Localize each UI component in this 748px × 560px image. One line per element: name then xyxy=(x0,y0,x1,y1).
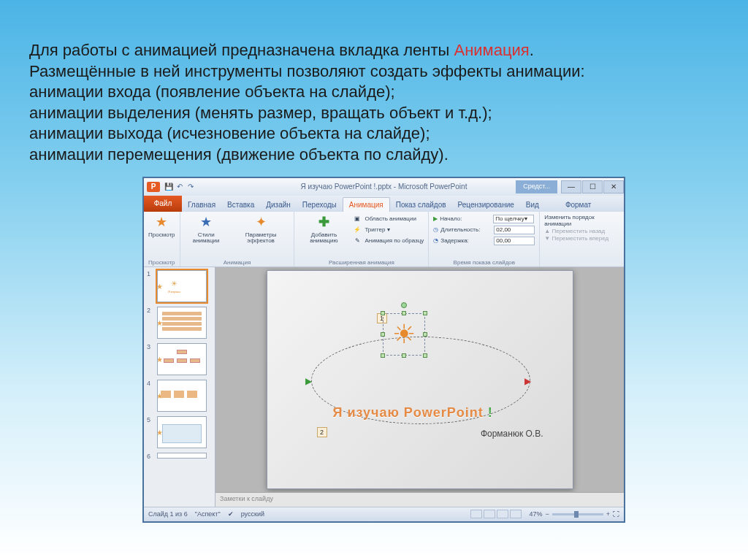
contextual-tools-tab[interactable]: Средст... xyxy=(516,180,557,193)
group-label-advanced: Расширенная анимация xyxy=(299,259,424,266)
explanatory-text: Для работы с анимацией предназначена вкл… xyxy=(0,0,748,177)
tab-review[interactable]: Рецензирование xyxy=(452,198,520,212)
move-forward-button[interactable]: ▼ Переместить вперед xyxy=(544,235,619,242)
thumbnail-5[interactable]: 5★ xyxy=(147,416,212,448)
resize-handle[interactable] xyxy=(423,332,427,337)
group-label-timing: Время показа слайдов xyxy=(433,259,535,266)
preview-label: Просмотр xyxy=(148,232,175,238)
text-line6: анимации перемещения (движение объекта п… xyxy=(29,145,449,164)
editor-area: ▶ ▶ 1 ☀ 2 Я изучаю PowerPoint ! xyxy=(215,267,624,507)
play-icon: ▶ xyxy=(433,215,438,222)
sorter-view-button[interactable] xyxy=(484,510,495,518)
workspace: 1 ★☀Я изучаю 2★ 3★ 4★ 5★ 6 ▶ ▶ 1 xyxy=(144,267,624,507)
path-start-icon: ▶ xyxy=(305,376,312,386)
tab-design[interactable]: Дизайн xyxy=(260,198,297,212)
notes-pane[interactable]: Заметки к слайду xyxy=(215,492,624,507)
tab-insert[interactable]: Вставка xyxy=(221,198,260,212)
tab-transitions[interactable]: Переходы xyxy=(297,198,343,212)
slide-author-text[interactable]: Форманюк О.В. xyxy=(481,429,543,439)
resize-handle[interactable] xyxy=(402,311,406,315)
thumbnail-3[interactable]: 3★ xyxy=(147,343,212,375)
add-animation-button[interactable]: ✚ Добавить анимацию xyxy=(299,214,348,245)
tab-format[interactable]: Формат xyxy=(560,198,598,212)
star-icon: ★ xyxy=(196,214,215,231)
tab-view[interactable]: Вид xyxy=(520,198,545,212)
trigger-button[interactable]: ⚡Триггер ▾ xyxy=(353,225,424,235)
painter-icon: ✎ xyxy=(353,237,362,244)
tab-slideshow[interactable]: Показ слайдов xyxy=(390,198,452,212)
pane-icon: ▣ xyxy=(353,215,362,222)
group-label-animation: Анимация xyxy=(185,259,290,266)
ribbon-group-order: Изменить порядок анимации ▲ Переместить … xyxy=(540,212,624,266)
animation-styles-button[interactable]: ★ Стили анимации xyxy=(185,214,228,245)
close-button[interactable]: ✕ xyxy=(603,180,624,193)
params-label: Параметры эффектов xyxy=(232,232,290,245)
resize-handle[interactable] xyxy=(423,353,427,358)
selection-frame xyxy=(383,313,425,356)
slide-canvas: ▶ ▶ 1 ☀ 2 Я изучаю PowerPoint ! xyxy=(267,270,573,489)
save-icon[interactable]: 💾 xyxy=(164,183,173,191)
slide-thumbnails-panel: 1 ★☀Я изучаю 2★ 3★ 4★ 5★ 6 xyxy=(144,267,215,507)
redo-icon[interactable]: ↷ xyxy=(186,183,195,191)
fit-button[interactable]: ⛶ xyxy=(613,510,619,518)
ribbon-tabs: Файл Главная Вставка Дизайн Переходы Ани… xyxy=(144,196,624,212)
move-back-button[interactable]: ▲ Переместить назад xyxy=(544,228,619,234)
thumbnail-1[interactable]: 1 ★☀Я изучаю xyxy=(147,270,212,302)
duration-row: ◷ Длительность: 02,00 xyxy=(433,225,535,235)
resize-handle[interactable] xyxy=(381,332,385,337)
start-dropdown[interactable]: По щелчку ▾ xyxy=(493,215,534,223)
resize-handle[interactable] xyxy=(402,353,406,358)
minimize-button[interactable]: — xyxy=(561,180,581,193)
delay-spinner[interactable]: 00,00 xyxy=(494,237,535,245)
ribbon-group-preview: ★ Просмотр Просмотр xyxy=(144,212,180,266)
zoom-slider[interactable] xyxy=(552,513,603,515)
thumbnail-6[interactable]: 6 xyxy=(147,453,212,460)
add-label: Добавить анимацию xyxy=(299,232,348,245)
slide-counter: Слайд 1 из 6 xyxy=(148,510,188,518)
resize-handle[interactable] xyxy=(381,311,385,315)
powerpoint-window: P 💾 ↶ ↷ Я изучаю PowerPoint !.pptx - Mic… xyxy=(142,177,625,523)
zoom-out-button[interactable]: − xyxy=(545,510,549,518)
slideshow-view-button[interactable] xyxy=(510,510,522,518)
text-line3: анимации входа (появление объекта на сла… xyxy=(29,83,395,101)
rotation-handle[interactable] xyxy=(401,302,407,308)
duration-spinner[interactable]: 02,00 xyxy=(494,226,535,234)
reading-view-button[interactable] xyxy=(497,510,508,518)
animation-pane-button[interactable]: ▣Область анимации xyxy=(353,214,424,224)
thumbnail-4[interactable]: 4★ xyxy=(147,380,212,412)
tab-animations[interactable]: Анимация xyxy=(343,197,390,212)
resize-handle[interactable] xyxy=(423,311,427,315)
ribbon-group-timing: ▶ Начало: По щелчку ▾ ◷ Длительность: 02… xyxy=(429,212,540,266)
text-line5: анимации выхода (исчезновение объекта на… xyxy=(29,124,430,142)
preview-button[interactable]: ★ Просмотр xyxy=(148,214,175,238)
zoom-control: 47% − + ⛶ xyxy=(529,510,619,518)
slide-title-text[interactable]: Я изучаю PowerPoint ! xyxy=(333,405,493,421)
effect-options-button[interactable]: ✦ Параметры эффектов xyxy=(232,214,290,245)
delay-icon: ◔ xyxy=(433,237,438,244)
effect-icon: ✦ xyxy=(251,214,270,231)
theme-name: "Аспект" xyxy=(195,510,221,518)
maximize-button[interactable]: ☐ xyxy=(582,180,603,193)
path-end-icon: ▶ xyxy=(524,376,531,386)
delay-row: ◔ Задержка: 00,00 xyxy=(433,236,535,246)
quick-access-toolbar: 💾 ↶ ↷ xyxy=(164,183,195,191)
animation-tag-2[interactable]: 2 xyxy=(317,427,327,437)
normal-view-button[interactable] xyxy=(470,510,482,518)
view-buttons xyxy=(470,510,522,518)
ribbon: ★ Просмотр Просмотр ★ Стили анимации ✦ П… xyxy=(144,212,624,267)
undo-icon[interactable]: ↶ xyxy=(175,183,184,191)
zoom-percent[interactable]: 47% xyxy=(529,510,542,518)
preview-icon: ★ xyxy=(152,214,171,231)
animation-painter-button[interactable]: ✎Анимация по образцу xyxy=(353,236,424,246)
tab-file[interactable]: Файл xyxy=(144,196,182,212)
resize-handle[interactable] xyxy=(381,353,385,358)
add-icon: ✚ xyxy=(314,214,333,231)
text-line1a: Для работы с анимацией предназначена вкл… xyxy=(29,41,454,59)
spellcheck-icon[interactable]: ✔ xyxy=(228,510,234,518)
zoom-in-button[interactable]: + xyxy=(606,510,610,518)
sun-shape-object[interactable]: ☀ xyxy=(387,318,421,351)
tab-home[interactable]: Главная xyxy=(182,198,221,212)
slide-canvas-area[interactable]: ▶ ▶ 1 ☀ 2 Я изучаю PowerPoint ! xyxy=(215,267,624,492)
language-indicator[interactable]: русский xyxy=(241,510,264,518)
thumbnail-2[interactable]: 2★ xyxy=(147,307,212,339)
